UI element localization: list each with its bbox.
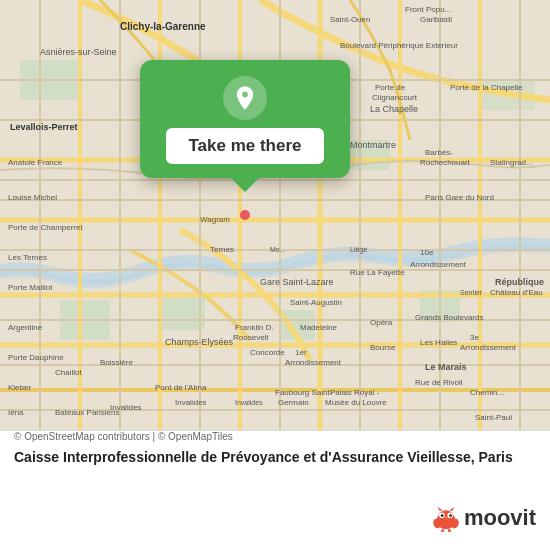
- svg-text:Opéra: Opéra: [370, 318, 393, 327]
- svg-text:Rue de Rivoli: Rue de Rivoli: [415, 378, 463, 387]
- map-container: Asnières-sur-Seine Clichy-la-Garenne Sai…: [0, 0, 550, 550]
- map-attribution: © OpenStreetMap contributors | © OpenMap…: [14, 431, 536, 442]
- svg-rect-4: [160, 295, 205, 330]
- svg-text:Stalingrad...: Stalingrad...: [490, 158, 533, 167]
- svg-text:Paris Gare du Nord: Paris Gare du Nord: [425, 193, 494, 202]
- svg-text:Asnières-sur-Seine: Asnières-sur-Seine: [40, 47, 117, 57]
- svg-text:Ternes: Ternes: [210, 245, 234, 254]
- svg-text:Levallois-Perret: Levallois-Perret: [10, 122, 78, 132]
- svg-text:Saint-Paul: Saint-Paul: [475, 413, 512, 422]
- info-panel: © OpenStreetMap contributors | © OpenMap…: [0, 430, 550, 550]
- svg-text:10e: 10e: [420, 248, 434, 257]
- svg-text:Montmartre: Montmartre: [350, 140, 396, 150]
- svg-point-101: [240, 210, 250, 220]
- svg-text:Arrondissement: Arrondissement: [460, 343, 517, 352]
- svg-text:Le Marais: Le Marais: [425, 362, 467, 372]
- moovit-brand-text: moovit: [464, 505, 536, 531]
- svg-text:Mo...: Mo...: [270, 246, 286, 253]
- svg-marker-109: [437, 507, 442, 511]
- svg-text:République: République: [495, 277, 544, 287]
- svg-text:Clichy-la-Garenne: Clichy-la-Garenne: [120, 21, 206, 32]
- place-name: Caisse Interprofessionnelle de Prévoyanc…: [14, 448, 536, 550]
- svg-text:Concorde: Concorde: [250, 348, 285, 357]
- location-popup: Take me there: [140, 60, 350, 178]
- svg-text:Iéna: Iéna: [8, 408, 24, 417]
- svg-text:Chemin...: Chemin...: [470, 388, 504, 397]
- svg-text:Bourse: Bourse: [370, 343, 396, 352]
- svg-text:Bateaux Parisiens: Bateaux Parisiens: [55, 408, 119, 417]
- svg-text:Rue La Fayette: Rue La Fayette: [350, 268, 405, 277]
- svg-text:Roosevelt: Roosevelt: [233, 333, 269, 342]
- svg-point-107: [449, 514, 452, 517]
- svg-text:Champs-Elysées: Champs-Elysées: [165, 337, 234, 347]
- svg-text:Boissière: Boissière: [100, 358, 133, 367]
- svg-text:Arrondissement: Arrondissement: [410, 260, 467, 269]
- svg-text:Clignancourt: Clignancourt: [372, 93, 418, 102]
- svg-point-106: [441, 514, 444, 517]
- svg-text:Madeleine: Madeleine: [300, 323, 337, 332]
- svg-text:Arrondissement: Arrondissement: [285, 358, 342, 367]
- svg-text:Boulevard Périphérique Extérie: Boulevard Périphérique Extérieur: [340, 41, 458, 50]
- svg-text:Liège: Liège: [350, 246, 367, 254]
- svg-text:Musée du Louvre: Musée du Louvre: [325, 398, 387, 407]
- svg-text:La Chapelle: La Chapelle: [370, 104, 418, 114]
- take-me-there-button[interactable]: Take me there: [166, 128, 323, 164]
- svg-text:Grands Boulevards: Grands Boulevards: [415, 313, 483, 322]
- svg-text:Les Ternes: Les Ternes: [8, 253, 47, 262]
- svg-text:Saint-Augustin: Saint-Augustin: [290, 298, 342, 307]
- svg-text:Louise Michel: Louise Michel: [8, 193, 57, 202]
- moovit-logo: moovit: [432, 504, 536, 532]
- svg-text:3e: 3e: [470, 333, 479, 342]
- svg-text:Anatole France: Anatole France: [8, 158, 63, 167]
- svg-text:Porte de: Porte de: [375, 83, 406, 92]
- svg-text:Wagram: Wagram: [200, 215, 230, 224]
- svg-text:Invalides: Invalides: [175, 398, 207, 407]
- svg-text:Faubourg Saint-: Faubourg Saint-: [275, 388, 333, 397]
- svg-text:Garibaldi: Garibaldi: [420, 15, 452, 24]
- moovit-bird-icon: [432, 504, 460, 532]
- svg-text:Palais Royal -: Palais Royal -: [330, 388, 380, 397]
- svg-text:Argentine: Argentine: [8, 323, 43, 332]
- svg-text:Invalides: Invalides: [235, 399, 263, 406]
- svg-text:Château d'Eau: Château d'Eau: [490, 288, 543, 297]
- svg-marker-110: [449, 507, 454, 511]
- svg-text:Barbès-: Barbès-: [425, 148, 453, 157]
- svg-text:Front Popu...: Front Popu...: [405, 5, 451, 14]
- svg-text:1er: 1er: [295, 348, 307, 357]
- svg-text:Franklin D.: Franklin D.: [235, 323, 274, 332]
- map-pin-icon: [231, 84, 259, 112]
- svg-text:Porte de la Chapelle: Porte de la Chapelle: [450, 83, 523, 92]
- svg-text:Porte Maillot: Porte Maillot: [8, 283, 53, 292]
- svg-text:Saint-Ouen: Saint-Ouen: [330, 15, 370, 24]
- pin-icon-container: [223, 76, 267, 120]
- svg-text:Rochechouart: Rochechouart: [420, 158, 471, 167]
- svg-text:Sentier: Sentier: [460, 289, 483, 296]
- svg-text:Germain: Germain: [278, 398, 309, 407]
- svg-text:Chaillot: Chaillot: [55, 368, 82, 377]
- svg-text:Les Halles: Les Halles: [420, 338, 457, 347]
- svg-text:Gare Saint-Lazare: Gare Saint-Lazare: [260, 277, 334, 287]
- svg-text:Porte de Champerret: Porte de Champerret: [8, 223, 83, 232]
- svg-text:Porte Dauphine: Porte Dauphine: [8, 353, 64, 362]
- svg-text:Kleber: Kleber: [8, 383, 31, 392]
- svg-text:Pont de l'Alma: Pont de l'Alma: [155, 383, 207, 392]
